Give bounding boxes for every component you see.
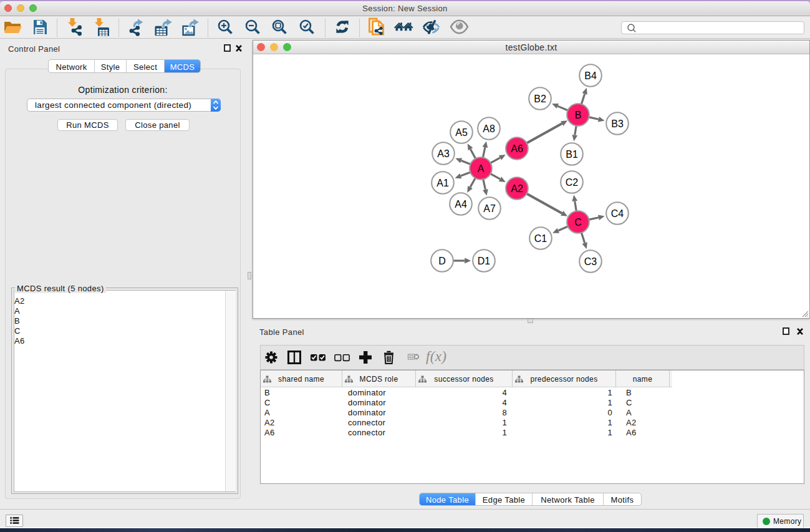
svg-text:A: A [478,163,485,174]
svg-text:A1: A1 [436,178,449,188]
svg-text:C1: C1 [534,233,547,244]
svg-text:C3: C3 [584,256,597,267]
svg-text:D: D [438,256,446,266]
svg-text:B2: B2 [534,94,546,104]
svg-text:B: B [575,110,582,120]
svg-text:C: C [574,217,582,228]
svg-text:B1: B1 [566,149,578,160]
svg-text:A8: A8 [483,123,495,134]
svg-text:f(x): f(x) [426,349,446,364]
svg-text:A2: A2 [511,183,523,194]
svg-text:C2: C2 [566,177,579,188]
svg-text:A7: A7 [483,203,496,214]
svg-text:C4: C4 [611,208,624,219]
svg-text:B4: B4 [584,70,597,81]
svg-text:B3: B3 [611,118,624,129]
svg-text:A4: A4 [455,199,467,210]
svg-text:D1: D1 [478,256,491,266]
svg-text:A6: A6 [511,143,523,154]
svg-text:A3: A3 [437,148,450,159]
svg-text:A5: A5 [455,127,468,138]
